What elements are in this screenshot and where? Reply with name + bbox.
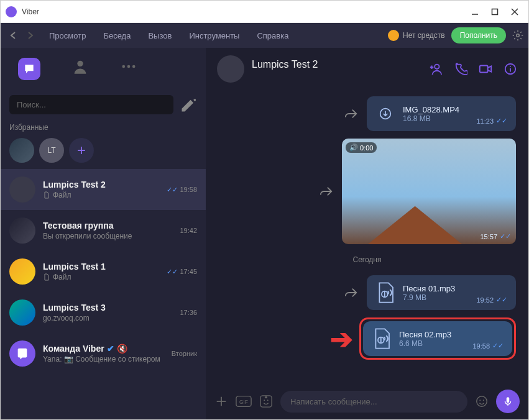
favorites-label: Избранные	[1, 119, 206, 135]
chat-preview: Файл	[53, 191, 71, 199]
svg-point-9	[435, 65, 439, 69]
add-favorite-button[interactable]: +	[69, 138, 94, 163]
sidebar: Избранные LT + Lumpics Test 2 Файл ✓✓ 19…	[1, 48, 206, 419]
download-icon[interactable]	[375, 103, 395, 125]
topup-button[interactable]: Пополнить	[451, 27, 506, 43]
sticker-icon[interactable]	[259, 395, 273, 408]
file-message-highlighted[interactable]: Песня 02.mp3 6.6 MB 19:58 ✓✓	[363, 321, 512, 356]
file-icon	[43, 273, 50, 281]
gif-icon[interactable]: GIF	[236, 395, 252, 408]
file-size: 6.6 MB	[399, 339, 465, 348]
menubar: Просмотр Беседа Вызов Инструменты Справк…	[1, 23, 528, 48]
search-input[interactable]	[9, 95, 173, 114]
message-row: 🔊 0:00 15:57 ✓✓	[218, 139, 516, 244]
nav-back-button[interactable]	[6, 28, 21, 43]
chat-list: Lumpics Test 2 Файл ✓✓ 19:58 Тестовая гр…	[1, 169, 206, 374]
file-name: IMG_0828.MP4	[403, 105, 469, 114]
video-call-icon[interactable]	[479, 62, 492, 76]
voice-message-button[interactable]	[496, 390, 520, 413]
chat-header-name: Lumpics Test 2	[252, 59, 421, 70]
audio-file-icon	[372, 327, 392, 350]
verified-icon: ✔	[107, 344, 114, 354]
forward-icon[interactable]	[344, 286, 358, 299]
svg-point-25	[479, 399, 481, 401]
file-icon	[43, 191, 50, 199]
date-separator: Сегодня	[218, 255, 516, 264]
menu-help[interactable]: Справка	[248, 31, 297, 40]
message-input[interactable]	[280, 391, 467, 413]
chats-tab-icon[interactable]	[18, 58, 40, 80]
nav-forward-button[interactable]	[23, 28, 38, 43]
chat-item-lumpics-test-1[interactable]: Lumpics Test 1 Файл ✓✓ 17:45	[1, 251, 206, 292]
settings-icon[interactable]	[512, 30, 523, 41]
read-status-icon: ✓✓	[496, 296, 507, 304]
read-status-icon: ✓✓	[492, 342, 504, 350]
avatar	[9, 340, 35, 367]
attach-icon[interactable]	[214, 395, 228, 408]
svg-text:GIF: GIF	[239, 399, 248, 405]
compose-icon[interactable]	[180, 96, 197, 114]
file-size: 16.8 MB	[403, 114, 469, 123]
menu-view[interactable]: Просмотр	[40, 31, 94, 40]
minimize-icon[interactable]	[471, 8, 479, 16]
svg-point-24	[477, 396, 487, 407]
menu-call[interactable]: Вызов	[139, 31, 180, 40]
file-message[interactable]: IMG_0828.MP4 16.8 MB 11:23 ✓✓	[367, 96, 516, 131]
message-row: Песня 01.mp3 7.9 MB 19:52 ✓✓	[218, 275, 516, 310]
chat-header-phone	[252, 70, 421, 79]
avatar	[9, 217, 35, 244]
highlight-annotation: Песня 02.mp3 6.6 MB 19:58 ✓✓	[359, 317, 516, 360]
arrow-icon: ➔	[330, 323, 353, 355]
chat-item-viber-team[interactable]: Команда Viber ✔ 🔇 Yana: 📷 Сообщение со с…	[1, 333, 206, 374]
chat-name: Команда Viber	[43, 344, 104, 354]
app-title: Viber	[22, 7, 39, 16]
menu-chat[interactable]: Беседа	[94, 31, 139, 40]
svg-point-7	[127, 65, 131, 68]
balance-icon	[388, 30, 399, 41]
chat-preview: Вы открепили сообщение	[43, 232, 172, 240]
balance-indicator[interactable]: Нет средств	[388, 30, 445, 41]
more-tab-icon[interactable]	[120, 58, 137, 75]
chat-time: 19:42	[180, 227, 197, 234]
add-contact-icon[interactable]	[429, 62, 443, 76]
svg-point-4	[517, 34, 520, 37]
chat-panel: Lumpics Test 2 IMG_0828.MP4	[206, 48, 528, 419]
chat-info-icon[interactable]	[504, 62, 517, 76]
svg-point-5	[77, 61, 83, 66]
forward-icon[interactable]	[320, 185, 333, 198]
file-name: Песня 02.mp3	[399, 330, 465, 339]
chat-preview: Yana: 📷 Сообщение со стикером	[43, 355, 164, 363]
chat-item-test-group[interactable]: Тестовая группа Вы открепили сообщение 1…	[1, 210, 206, 251]
emoji-icon[interactable]	[475, 395, 489, 408]
maximize-icon[interactable]	[491, 8, 499, 16]
chat-name: Lumpics Test 3	[43, 303, 172, 313]
file-message[interactable]: Песня 01.mp3 7.9 MB 19:52 ✓✓	[367, 275, 516, 310]
close-icon[interactable]	[511, 8, 518, 16]
chat-time: 19:58	[180, 186, 197, 193]
msg-time: 19:58	[472, 342, 490, 350]
file-size: 7.9 MB	[403, 293, 469, 302]
video-message[interactable]: 🔊 0:00 15:57 ✓✓	[342, 139, 516, 244]
favorite-avatar-lt[interactable]: LT	[39, 138, 64, 163]
avatar	[9, 176, 35, 203]
read-status-icon: ✓✓	[496, 117, 507, 125]
audio-file-icon	[375, 281, 395, 304]
message-list[interactable]: IMG_0828.MP4 16.8 MB 11:23 ✓✓ 🔊 0:00 15:…	[206, 90, 528, 383]
svg-rect-10	[480, 66, 488, 73]
chat-item-lumpics-test-2[interactable]: Lumpics Test 2 Файл ✓✓ 19:58	[1, 169, 206, 210]
svg-rect-27	[507, 397, 510, 403]
composer: GIF	[206, 383, 528, 419]
menu-tools[interactable]: Инструменты	[180, 31, 248, 40]
favorite-avatar[interactable]	[9, 138, 34, 163]
chat-header: Lumpics Test 2	[206, 48, 528, 90]
app-icon	[6, 6, 17, 17]
video-duration: 🔊 0:00	[346, 142, 377, 153]
forward-icon[interactable]	[344, 107, 358, 121]
voice-call-icon[interactable]	[454, 62, 467, 76]
chat-item-lumpics-test-3[interactable]: Lumpics Test 3 go.zvooq.com 17:36	[1, 292, 206, 333]
contacts-tab-icon[interactable]	[71, 58, 89, 75]
titlebar: Viber	[1, 1, 528, 23]
svg-point-8	[132, 65, 136, 68]
chat-header-avatar[interactable]	[217, 55, 244, 83]
highlighted-row: ➔ Песня 02.mp3 6.6 MB 19:58 ✓✓	[218, 317, 516, 360]
